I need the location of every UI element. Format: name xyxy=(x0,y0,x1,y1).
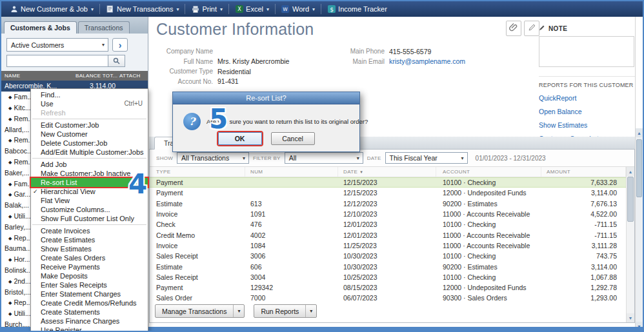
report-link-show-estimates[interactable]: Show Estimates xyxy=(539,121,637,129)
quickbooks-window: New Customer & Job▾New Transactions▾Prin… xyxy=(0,0,644,332)
menu-shortcut: Ctrl+U xyxy=(124,99,143,108)
menu-item-add-job[interactable]: Add Job xyxy=(31,160,148,169)
transaction-row[interactable]: Sales Receipt300610/30/202310100 · Check… xyxy=(150,251,626,261)
toolbar-print-button[interactable]: Print▾ xyxy=(185,1,228,17)
transaction-row[interactable]: Payment12/15/202310100 · Checking7,633.2… xyxy=(150,177,626,188)
transactions-filters: SHOW All Transactions ▾ FILTER BY All ▾ … xyxy=(150,150,634,167)
cancel-button[interactable]: Cancel xyxy=(271,132,315,145)
menu-item-show-full-customer-list-only[interactable]: Show Full Customer List Only xyxy=(31,214,148,223)
transaction-row[interactable]: Credit Memo400212/01/202311000 · Account… xyxy=(150,229,626,240)
annotation-step-4: 4 xyxy=(128,171,147,198)
tab-customers-jobs[interactable]: Customers & Jobs xyxy=(4,21,77,34)
chevron-down-icon: ▾ xyxy=(267,6,269,12)
customer-list-header[interactable]: NAME BALANCE TOT... ATTACH xyxy=(1,71,148,81)
collapse-panel-button[interactable]: › xyxy=(112,38,128,52)
chevron-down-icon: ▾ xyxy=(102,42,105,48)
date-dropdown[interactable]: This Fiscal Year ▾ xyxy=(385,152,468,164)
customer-search-input[interactable] xyxy=(6,55,108,67)
transaction-row[interactable]: Invoice108411/25/202311000 · Accounts Re… xyxy=(150,240,626,251)
transaction-row[interactable]: Sales Receipt300410/25/202310100 · Check… xyxy=(150,272,626,282)
diamond-icon: ◆ xyxy=(8,279,12,284)
toolbar-excel-button[interactable]: XExcel▾ xyxy=(229,1,275,17)
column-header-date[interactable]: DATE▾ xyxy=(338,167,436,177)
scroll-down-arrow-icon[interactable]: ▼ xyxy=(627,313,634,322)
info-field-customer-type: Customer TypeResidential xyxy=(156,66,289,77)
transaction-row[interactable]: Estimate61312/12/202390200 · Estimates7,… xyxy=(150,199,626,209)
scroll-up-arrow-icon[interactable]: ▲ xyxy=(636,128,643,137)
menu-item-edit-customer-job[interactable]: Edit Customer:Job xyxy=(31,121,148,130)
customer-fields: Company NameFull NameMrs. Kristy Abercro… xyxy=(156,46,289,86)
filter-by-dropdown[interactable]: All ▾ xyxy=(285,152,363,164)
scroll-up-arrow-icon[interactable]: ▲ xyxy=(627,167,634,176)
report-links: QuickReportOpen BalanceShow EstimatesCus… xyxy=(539,94,637,142)
menu-item-add-edit-multiple-customer-jobs[interactable]: Add/Edit Multiple Customer:Jobs xyxy=(31,148,148,157)
transaction-row[interactable]: Invoice109112/10/202311000 · Accounts Re… xyxy=(150,209,626,219)
transaction-row[interactable]: Check47612/01/202310100 · Checking-711.1… xyxy=(150,219,626,229)
info-field-full-name: Full NameMrs. Kristy Abercrombie xyxy=(156,57,289,67)
report-link-quickreport[interactable]: QuickReport xyxy=(539,94,637,102)
context-menu: Find...UseCtrl+URefreshEdit Customer:Job… xyxy=(30,88,148,332)
menu-separator xyxy=(32,158,146,159)
menu-item-customize-columns[interactable]: Customize Columns... xyxy=(31,205,148,214)
chevron-down-icon: ▾ xyxy=(176,6,179,12)
menu-item-create-invoices[interactable]: Create Invoices xyxy=(31,226,148,235)
toolbar-word-button[interactable]: WWord▾ xyxy=(276,1,321,17)
dialog-title: Re-sort List? xyxy=(173,92,359,104)
menu-item-find[interactable]: Find... xyxy=(31,90,148,99)
menu-item-receive-payments[interactable]: Receive Payments xyxy=(31,262,148,271)
toolbar-new-customer-job-button[interactable]: New Customer & Job▾ xyxy=(4,1,99,17)
run-reports-button[interactable]: Run Reports ▾ xyxy=(254,304,317,318)
transaction-row[interactable]: Payment12934208/15/202312000 · Undeposit… xyxy=(150,282,626,293)
reports-title: REPORTS FOR THIS CUSTOMER xyxy=(539,76,637,88)
active-customers-dropdown[interactable]: Active Customers ▾ xyxy=(6,38,108,52)
diamond-icon: ◆ xyxy=(8,117,12,121)
customer-filter-row: Active Customers ▾ › xyxy=(1,34,148,55)
search-button[interactable] xyxy=(108,55,125,67)
attachments-button[interactable] xyxy=(506,21,521,36)
column-header-type[interactable]: TYPE xyxy=(150,167,245,177)
menu-item-create-estimates[interactable]: Create Estimates xyxy=(31,235,148,244)
resort-list-dialog: Re-sort List? ? Are you sure you want to… xyxy=(172,92,360,152)
transaction-row[interactable]: Estimate60610/30/202390200 · Estimates3,… xyxy=(150,261,626,271)
scrollbar-thumb[interactable] xyxy=(627,177,634,222)
menu-item-enter-sales-receipts[interactable]: Enter Sales Receipts xyxy=(31,280,148,289)
show-dropdown[interactable]: All Transactions ▾ xyxy=(177,152,249,164)
menu-item-use[interactable]: UseCtrl+U xyxy=(31,99,148,108)
menu-item-enter-statement-charges[interactable]: Enter Statement Charges xyxy=(31,289,148,298)
manage-transactions-button[interactable]: Manage Transactions ▾ xyxy=(155,304,245,318)
chevron-down-icon: ▾ xyxy=(220,6,223,12)
transaction-row[interactable]: Sales Order700006/07/202390300 · Sales O… xyxy=(150,293,626,303)
column-header-account[interactable]: ACCOUNT xyxy=(436,167,541,177)
scrollbar-thumb[interactable] xyxy=(636,139,642,197)
toolbar-income-tracker-button[interactable]: $Income Tracker xyxy=(321,1,393,17)
diamond-icon: ◆ xyxy=(8,106,12,110)
transactions-table-header[interactable]: TYPENUMDATE▾ACCOUNTAMOUNT xyxy=(150,167,626,177)
menu-item-make-deposits[interactable]: Make Deposits xyxy=(31,271,148,280)
menu-item-create-credit-memos-refunds[interactable]: Create Credit Memos/Refunds xyxy=(31,298,148,308)
menu-item-assess-finance-charges[interactable]: Assess Finance Charges xyxy=(31,317,148,326)
menu-item-use-register[interactable]: Use Register xyxy=(31,326,148,332)
diamond-icon: ◆ xyxy=(8,160,12,164)
transaction-row[interactable]: Payment12/15/202312000 · Undeposited Fun… xyxy=(150,188,626,198)
menu-item-delete-customer-job[interactable]: Delete Customer:Job xyxy=(31,139,148,148)
menu-item-create-sales-orders[interactable]: Create Sales Orders xyxy=(31,253,148,262)
edit-customer-button[interactable] xyxy=(524,21,539,36)
checkmark-icon: ✓ xyxy=(33,187,38,196)
report-link-open-balance[interactable]: Open Balance xyxy=(539,108,637,115)
menu-item-create-statements[interactable]: Create Statements xyxy=(31,308,148,317)
tab-transactions[interactable]: Transactions xyxy=(78,21,130,34)
note-input-box[interactable] xyxy=(539,36,634,67)
annotation-step-5: 5 xyxy=(209,106,228,133)
sort-descending-icon: ▾ xyxy=(360,170,363,175)
column-header-num[interactable]: NUM xyxy=(245,167,338,177)
menu-item-new-customer[interactable]: New Customer xyxy=(31,130,148,139)
menu-item-show-estimates[interactable]: Show Estimates xyxy=(31,244,148,253)
column-header-amount[interactable]: AMOUNT xyxy=(541,167,626,177)
note-pencil-icon xyxy=(539,24,545,32)
diamond-icon: ◆ xyxy=(8,236,12,240)
customer-detail-pane: Customer Information Company NameFull Na… xyxy=(149,17,635,331)
question-mark-icon: ? xyxy=(183,113,201,130)
transactions-panel: Transactions SHOW All Transactions ▾ FIL… xyxy=(149,137,635,323)
note-title: NOTE xyxy=(548,25,567,32)
toolbar-new-transactions-button[interactable]: New Transactions▾ xyxy=(100,1,185,17)
